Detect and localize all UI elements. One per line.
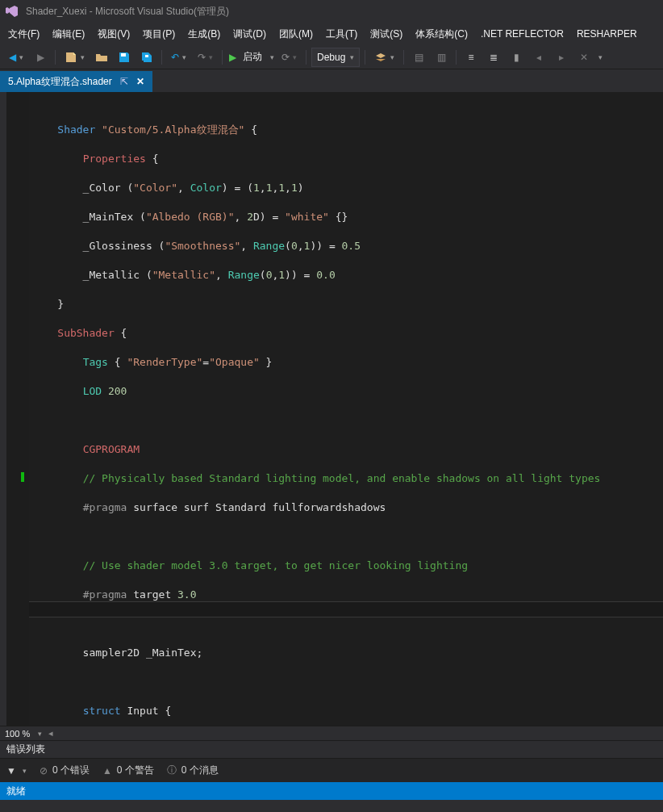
menu-team[interactable]: 团队(M)	[273, 24, 319, 44]
tab-label: 5.Alpha纹理混合.shader	[8, 75, 112, 89]
save-button[interactable]	[115, 48, 134, 67]
change-marker	[21, 472, 24, 482]
title-bar: Shader_Xuexi - Microsoft Visual Studio(管…	[0, 0, 663, 23]
errors-filter[interactable]: ⊘0 个错误	[40, 764, 90, 777]
separator	[306, 50, 306, 65]
separator	[456, 50, 457, 65]
editor-margin	[0, 92, 29, 726]
filter-dropdown[interactable]: ▼▾	[6, 765, 27, 776]
errors-count: 0 个错误	[52, 764, 90, 777]
menu-test[interactable]: 测试(S)	[364, 24, 409, 44]
tab-row: 5.Alpha纹理混合.shader ⇱ ✕	[0, 69, 663, 92]
zoom-dropdown[interactable]: ▾	[38, 730, 42, 738]
close-tab-button[interactable]: ✕	[136, 76, 144, 87]
menu-tools[interactable]: 工具(T)	[319, 24, 364, 44]
uncomment-button[interactable]: ▥	[432, 48, 451, 67]
tab-active[interactable]: 5.Alpha纹理混合.shader ⇱ ✕	[0, 71, 152, 92]
menu-bar: 文件(F) 编辑(E) 视图(V) 项目(P) 生成(B) 调试(D) 团队(M…	[0, 23, 663, 45]
error-list-toolbar: ▼▾ ⊘0 个错误 ▲0 个警告 ⓘ0 个消息	[0, 758, 663, 782]
warnings-filter[interactable]: ▲0 个警告	[102, 764, 154, 777]
menu-resharper[interactable]: RESHARPER	[570, 25, 644, 43]
browser-button[interactable]: ⟳▾	[277, 48, 301, 67]
play-icon: ▶	[229, 52, 236, 63]
status-bar: 就绪	[0, 782, 663, 800]
error-list-title[interactable]: 错误列表	[0, 740, 663, 758]
info-icon: ⓘ	[167, 764, 177, 777]
menu-arch[interactable]: 体系结构(C)	[409, 24, 474, 44]
separator	[222, 50, 223, 65]
clear-bookmarks-button[interactable]: ✕	[574, 48, 594, 67]
separator	[55, 50, 56, 65]
save-icon	[118, 51, 131, 64]
start-debug-button[interactable]: 启动	[240, 50, 265, 64]
prev-bookmark-button[interactable]: ◂	[529, 48, 548, 67]
zoom-level[interactable]: 100 %	[5, 729, 30, 739]
indent-button[interactable]: ≣	[484, 48, 503, 67]
menu-view[interactable]: 视图(V)	[91, 24, 136, 44]
messages-count: 0 个消息	[181, 764, 219, 777]
find-layers-icon	[374, 51, 387, 64]
svg-rect-1	[145, 55, 148, 57]
nav-back-button[interactable]: ◀▾	[5, 48, 27, 67]
outdent-button[interactable]: ≡	[461, 48, 481, 67]
menu-build[interactable]: 生成(B)	[181, 24, 227, 44]
tool-bar: ◀▾ ▶ ▾ ↶▾ ↷▾ ▶ 启动 ▾ ⟳▾ Debug▾ ▾ ▤ ▥ ≡ ≣ …	[0, 45, 663, 69]
new-file-icon	[65, 51, 77, 64]
pin-icon[interactable]: ⇱	[120, 76, 128, 87]
find-menu[interactable]: ▾	[370, 48, 398, 67]
toolbar-overflow[interactable]: ▾	[598, 53, 603, 61]
nav-forward-button[interactable]: ▶	[31, 48, 50, 67]
open-button[interactable]	[92, 48, 111, 67]
warnings-count: 0 个警告	[117, 764, 154, 777]
status-text: 就绪	[6, 785, 26, 798]
redo-button[interactable]: ↷▾	[194, 48, 217, 67]
messages-filter[interactable]: ⓘ0 个消息	[167, 764, 219, 777]
title-text: Shader_Xuexi - Microsoft Visual Studio(管…	[26, 5, 229, 19]
current-line-highlight	[29, 602, 663, 617]
separator	[365, 50, 365, 65]
menu-project[interactable]: 项目(P)	[136, 24, 181, 44]
next-bookmark-button[interactable]: ▸	[552, 48, 571, 67]
open-folder-icon	[95, 51, 108, 64]
menu-edit[interactable]: 编辑(E)	[46, 24, 91, 44]
zoom-bar: 100 % ▾ ◂	[0, 726, 663, 740]
warning-icon: ▲	[102, 765, 112, 776]
vs-logo-icon	[5, 4, 19, 19]
config-dropdown[interactable]: Debug▾	[311, 48, 360, 67]
save-all-icon	[140, 51, 153, 64]
config-label: Debug	[317, 52, 345, 63]
error-icon: ⊘	[40, 765, 48, 776]
start-dropdown[interactable]: ▾	[270, 53, 274, 61]
code-area[interactable]: Shader "Custom/5.Alpha纹理混合" { Properties…	[29, 92, 663, 726]
scroll-left-icon[interactable]: ◂	[48, 728, 53, 739]
comment-out-button[interactable]: ▤	[409, 48, 428, 67]
svg-rect-0	[121, 53, 126, 57]
menu-file[interactable]: 文件(F)	[2, 24, 46, 44]
save-all-button[interactable]	[137, 48, 156, 67]
filter-icon: ▼	[6, 765, 16, 776]
editor[interactable]: Shader "Custom/5.Alpha纹理混合" { Properties…	[0, 92, 663, 726]
bookmark-button[interactable]: ▮	[507, 48, 526, 67]
menu-reflector[interactable]: .NET REFLECTOR	[474, 25, 570, 43]
separator	[403, 50, 404, 65]
new-item-button[interactable]: ▾	[60, 48, 89, 67]
undo-button[interactable]: ↶▾	[167, 48, 190, 67]
separator	[161, 50, 162, 65]
menu-debug[interactable]: 调试(D)	[227, 24, 273, 44]
